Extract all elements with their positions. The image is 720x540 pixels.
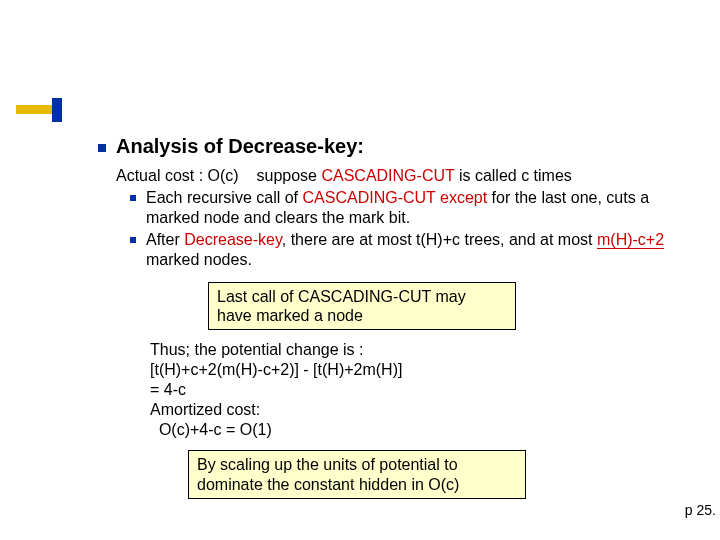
slide-heading: Analysis of Decrease-key:	[116, 135, 364, 158]
potential-change-block: Thus; the potential change is : [t(H)+c+…	[150, 340, 700, 440]
sub-item-1: Each recursive call of CASCADING-CUT exc…	[130, 188, 700, 228]
callout-scaling: By scaling up the units of potential to …	[188, 450, 526, 498]
except-term: except	[440, 189, 487, 206]
callout-2-wrap: By scaling up the units of potential to …	[188, 450, 700, 498]
sub-item-1-text: Each recursive call of CASCADING-CUT exc…	[146, 188, 700, 228]
marked-formula: m(H)-c+2	[597, 231, 664, 249]
callout1-line2: have marked a node	[217, 307, 363, 324]
bullet-icon	[98, 144, 106, 152]
sub-bullet-list: Each recursive call of CASCADING-CUT exc…	[130, 188, 700, 270]
sub-item-2: After Decrease-key, there are at most t(…	[130, 230, 700, 270]
bullet-icon	[130, 237, 136, 243]
thus-line-5: O(c)+4-c = O(1)	[150, 420, 700, 440]
slide-corner-decoration	[16, 98, 84, 122]
callout2-line2: dominate the constant hidden in O(c)	[197, 476, 459, 493]
deco-blue-bar	[52, 98, 62, 122]
decrease-key-term: Decrease-key	[184, 231, 282, 248]
cascading-cut-term: CASCADING-CUT	[303, 189, 436, 206]
bullet-icon	[130, 195, 136, 201]
heading-row: Analysis of Decrease-key:	[98, 135, 700, 158]
actual-cost-line: Actual cost : O(c) suppose CASCADING-CUT…	[116, 166, 700, 186]
callout-1-wrap: Last call of CASCADING-CUT may have mark…	[208, 282, 700, 330]
callout1-line1: Last call of CASCADING-CUT may	[217, 288, 466, 305]
thus-line-3: = 4-c	[150, 380, 700, 400]
callout2-line1: By scaling up the units of potential to	[197, 456, 458, 473]
thus-line-4: Amortized cost:	[150, 400, 700, 420]
callout-last-call: Last call of CASCADING-CUT may have mark…	[208, 282, 516, 330]
slide-content: Analysis of Decrease-key: Actual cost : …	[98, 135, 700, 499]
body-block: Actual cost : O(c) suppose CASCADING-CUT…	[116, 166, 700, 270]
thus-line-2: [t(H)+c+2(m(H)-c+2)] - [t(H)+2m(H)]	[150, 360, 700, 380]
sub-item-2-text: After Decrease-key, there are at most t(…	[146, 230, 700, 270]
page-number: p 25.	[685, 502, 716, 518]
thus-line-1: Thus; the potential change is :	[150, 340, 700, 360]
cost-text-a: Actual cost : O(c) suppose	[116, 167, 321, 184]
cost-text-b: is called c times	[454, 167, 571, 184]
cascading-cut-term: CASCADING-CUT	[321, 167, 454, 184]
